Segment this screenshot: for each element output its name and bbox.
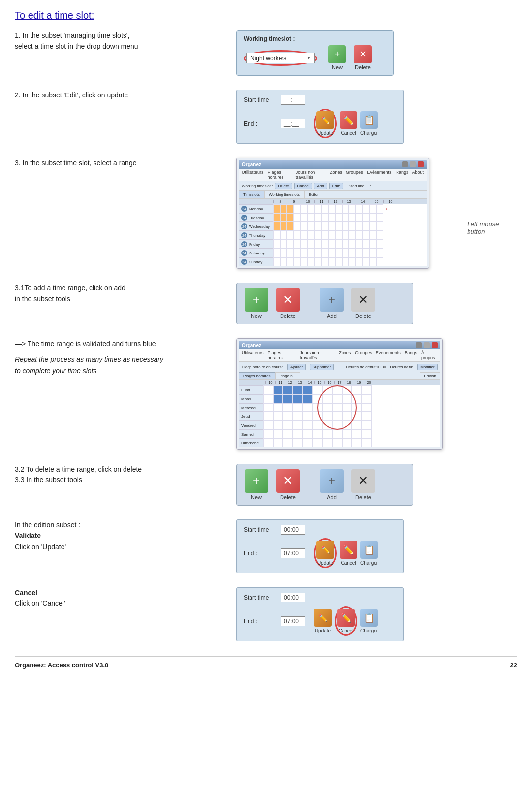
grid-header-2: 10 11 12 13 14 15 16 17 18 19 20 [239,380,440,385]
timeslots-tab[interactable]: Timeslots [239,191,264,198]
cancel-end-label: End : [244,618,276,625]
cancel-charger-btn[interactable]: 📋 Charger [360,609,378,633]
charger-button-group[interactable]: 📋 Charger [360,111,378,136]
wednesday-row: 24 Wednesday [239,222,427,231]
toolbar-cancel-btn[interactable]: Cancel [294,183,313,189]
step-1a: 1. In the subset 'managing time slots', [15,30,221,41]
validate-end-row: End : 07:00 ✏️ Update ✏️ Cancel 📋 [244,538,396,568]
app-titlebar-2: Organez [239,341,440,349]
validate-end-label: End : [244,550,276,557]
add-btn-32[interactable]: + Add [320,469,344,500]
delete-icon: ✕ [354,45,372,63]
del2-btn-31[interactable]: ✕ Delete [351,288,375,319]
cancel-cancel-btn[interactable]: ✏️ Cancel [337,609,355,633]
toolbar-edit-btn[interactable]: Edit: [329,183,343,189]
page-footer: Organeez: Access control V3.0 22 [15,656,517,669]
start-time-value[interactable]: __:__ [281,95,305,105]
plages-tab[interactable]: Plages horaires [239,372,275,379]
delete-btn-32[interactable]: ✕ Delete [276,469,300,500]
section-3-image: Organez Utilisateurs Plages horaires Jou… [236,158,517,269]
friday-row: 24 Friday [239,240,427,249]
plage-tab-2[interactable]: Plage h... [275,372,301,379]
cancel-icon: ✏️ [340,111,357,129]
tools-panel-2: + New ✕ Delete + Add ✕ Delete [236,464,413,506]
step-31b: in the subset tools [15,293,221,304]
delete-button-group[interactable]: ✕ Delete [354,45,372,70]
new-btn-32[interactable]: + New [245,469,268,500]
section-31-blue: —> The time range is validated and turns… [15,338,517,450]
close-btn[interactable] [418,161,424,167]
app-toolbar-1: Working timeslot : Delete Cancel Add Edi… [239,181,427,191]
repeat-label2: to complete your time slots [15,365,221,376]
cancel-end-row: End : 07:00 ✏️ Update ✏️ Cancel 📋 [244,606,396,636]
edit-buttons-group: ✏️ Update ✏️ Cancel 📋 Charger [314,109,378,138]
minimize-btn[interactable] [402,161,408,167]
cancel-start-value[interactable]: 00:00 [281,593,305,602]
validate-end-value[interactable]: 07:00 [281,548,305,558]
cancel-button-group[interactable]: ✏️ Cancel [340,111,357,136]
tuesday-row: 24 Tuesday [239,213,427,222]
section-31-text: 3.1To add a time range, click on add in … [15,283,221,305]
update-button-highlight: ✏️ Update [314,109,337,138]
section-1-text: 1. In the subset 'managing time slots', … [15,30,221,52]
click-cancel-label: Click on 'Cancel' [15,598,221,609]
repeat-label: Repeat the process as many times as nece… [15,354,221,365]
edit-panel-1: Start time __:__ End : __:__ ✏️ Update ✏… [236,90,404,144]
del2-btn-32[interactable]: ✕ Delete [351,469,375,500]
click-update-label: Click on 'Update' [15,541,221,552]
footer-right: 22 [510,662,517,669]
update-button-group[interactable]: ✏️ Update [316,111,334,136]
step-3: 3. In the subset time slot, select a ran… [15,158,221,168]
validate-start-label: Start time [244,526,276,533]
end-time-value[interactable]: __:__ [281,119,305,128]
page-title: To edit a time slot: [15,10,517,21]
cancel-update-btn[interactable]: ✏️ Update [314,609,332,633]
section-2-text: 2. In the subset 'Edit', click on update [15,90,221,100]
step-32b: 3.3 In the subset tools [15,474,221,485]
section-1: 1. In the subset 'managing time slots', … [15,30,517,76]
tool-separator-2 [310,470,310,500]
section-32: 3.2 To delete a time range, click on del… [15,464,517,506]
delete-btn-31[interactable]: ✕ Delete [276,288,300,319]
app-menu-2: Utilisateurs Plages horaires Jours non t… [239,349,440,362]
edit-panel-validate: Start time 00:00 End : 07:00 ✏️ Update ✏… [236,519,404,573]
editor-tab[interactable]: Editor [304,191,323,198]
validate-charger-btn[interactable]: 📋 Charger [360,541,378,566]
cancel-start-row: Start time 00:00 [244,593,396,602]
cancel-label: Cancel [15,587,221,598]
charger-icon: 📋 [360,111,378,129]
validate-update-btn[interactable]: ✏️ Update [316,541,334,566]
validate-cancel-btn[interactable]: ✏️ Cancel [340,541,357,566]
section-3: 3. In the subset time slot, select a ran… [15,158,517,269]
working-timeslots-tab[interactable]: Working timeslots [264,191,304,198]
toolbar-add-btn[interactable]: Add [314,183,327,189]
section-3-text: 3. In the subset time slot, select a ran… [15,158,221,168]
tools-left-2: + New ✕ Delete [245,469,300,500]
app-screenshot-1: Organez Utilisateurs Plages horaires Jou… [236,158,429,269]
validate-start-value[interactable]: 00:00 [281,525,305,535]
close-btn-2[interactable] [432,342,438,348]
saturday-row: 24 Saturday [239,249,427,257]
validate-buttons: ✏️ Update ✏️ Cancel 📋 Charger [314,538,378,568]
footer-left: Organeez: Access control V3.0 [15,662,108,669]
add-btn-31[interactable]: + Add [320,288,344,319]
toolbar-delete-btn[interactable]: Delete [275,183,292,189]
new-btn-31[interactable]: + New [245,288,268,319]
maximize-btn-2[interactable] [424,342,430,348]
titlebar-controls [402,161,424,167]
delete-icon-32: ✕ [276,469,300,493]
new-icon: + [328,45,346,63]
timeslot-dropdown[interactable]: Night workers [246,53,315,63]
step-2: 2. In the subset 'Edit', click on update [15,90,221,100]
edition-tab[interactable]: Edition [420,372,440,379]
new-button-group[interactable]: + New [328,45,346,70]
minimize-btn-2[interactable] [416,342,422,348]
arrow-label: —> The time range is validated and turns… [15,338,221,349]
section-31: 3.1To add a time range, click on add in … [15,283,517,324]
validate-intro: In the edition subset : [15,519,221,530]
section-cancel: Cancel Click on 'Cancel' Start time 00:0… [15,587,517,641]
maximize-btn[interactable] [410,161,416,167]
section-2: 2. In the subset 'Edit', click on update… [15,90,517,144]
start-time-label: Start time [244,96,276,103]
cancel-end-value[interactable]: 07:00 [281,616,305,626]
